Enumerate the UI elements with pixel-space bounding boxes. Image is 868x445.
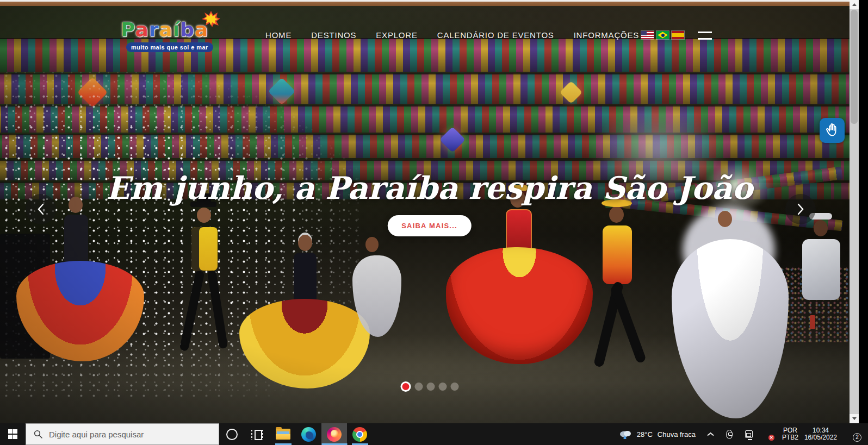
page-top-border [0,2,859,6]
tray-meet-now[interactable] [723,429,736,440]
windows-taskbar: Digite aqui para pesquisar 28°C Chuva fr… [0,423,868,445]
weather-temp: 28°C [637,430,653,438]
carousel-dot-5[interactable] [450,383,458,391]
browser-viewport: Paraíba muito mais que sol e mar HOME DE… [0,0,859,423]
flag-spain-icon[interactable] [672,31,684,39]
nav-item-informacoes[interactable]: INFORMAÇÕES [574,30,639,40]
carousel-dot-2[interactable] [414,383,423,391]
cortana-icon [226,429,238,440]
carousel-dot-4[interactable] [438,383,447,391]
tray-language-indicator[interactable]: POR PTB2 [782,427,798,441]
logo-word: Paraíba [121,18,208,41]
flag-usa-icon[interactable] [641,31,654,39]
taskbar-app-task-view[interactable] [245,423,270,445]
language-layout: PTB2 [782,434,798,441]
carousel-dots [400,381,458,392]
taskbar-app-chrome[interactable] [347,423,373,445]
tray-volume[interactable]: ✕ [762,429,776,440]
task-view-icon [251,429,264,440]
main-nav: HOME DESTINOS EXPLORE CALENDÁRIO DE EVEN… [265,30,639,40]
scroll-down-button[interactable] [850,414,859,423]
chrome-icon [352,427,367,442]
sun-burst-icon [202,11,220,27]
hero-headline: Em junho, a Paraíba respira São João [0,170,859,206]
accessibility-sign-language-button[interactable] [820,118,845,143]
taskbar-app-edge[interactable] [296,423,321,445]
language-switcher [641,31,684,39]
taskbar-app-file-explorer[interactable] [270,423,296,445]
logo-tagline: muito mais que sol e mar [126,42,213,52]
carousel-dot-3[interactable] [426,383,435,391]
chevron-right-icon [796,203,805,215]
clock-date: 16/05/2022 [804,434,837,441]
hamburger-menu-icon[interactable] [698,32,712,45]
scroll-up-button[interactable] [850,0,859,9]
chevron-left-icon [36,203,45,215]
file-explorer-icon [276,429,290,440]
taskbar-app-firefox[interactable] [321,423,347,445]
search-placeholder: Digite aqui para pesquisar [49,430,144,439]
tray-network[interactable] [742,430,756,438]
scrollbar-thumb[interactable] [851,10,858,124]
nav-item-home[interactable]: HOME [265,30,292,40]
weather-widget[interactable]: 28°C Chuva fraca [619,430,696,439]
taskbar-search-input[interactable]: Digite aqui para pesquisar [26,423,219,445]
browser-scrollbar[interactable] [850,0,859,423]
notification-count-badge: 2 [853,433,861,442]
mute-badge: ✕ [768,435,774,441]
tray-overflow-chevron[interactable] [704,431,717,437]
rain-cloud-icon [619,430,632,439]
nav-item-explore[interactable]: EXPLORE [376,30,417,40]
system-tray: 28°C Chuva fraca ✕ POR PTB2 10:34 16/05/… [619,423,868,445]
hero-photo-sao-joao [0,6,859,423]
tray-notifications[interactable]: 2 [843,428,863,440]
start-button[interactable] [0,423,26,445]
saiba-mais-button[interactable]: SAIBA MAIS... [387,215,472,236]
weather-condition: Chuva fraca [658,430,696,438]
nav-item-calendario[interactable]: CALENDÁRIO DE EVENTOS [437,30,554,40]
carousel-next-button[interactable] [785,194,816,224]
meet-now-icon [726,430,733,439]
windows-logo-icon [8,429,18,439]
network-display-icon [745,430,753,438]
carousel-prev-button[interactable] [26,194,56,224]
flag-brazil-icon[interactable] [656,31,669,39]
tray-clock[interactable]: 10:34 16/05/2022 [804,427,837,441]
carousel-dot-1[interactable] [400,381,411,392]
sign-language-hands-icon [824,123,840,138]
taskbar-app-cortana[interactable] [219,423,245,445]
search-icon [34,430,42,438]
edge-icon [301,427,316,442]
firefox-icon [327,427,342,442]
site-logo[interactable]: Paraíba muito mais que sol e mar [121,18,213,52]
nav-item-destinos[interactable]: DESTINOS [311,30,356,40]
chevron-up-icon [707,432,714,436]
